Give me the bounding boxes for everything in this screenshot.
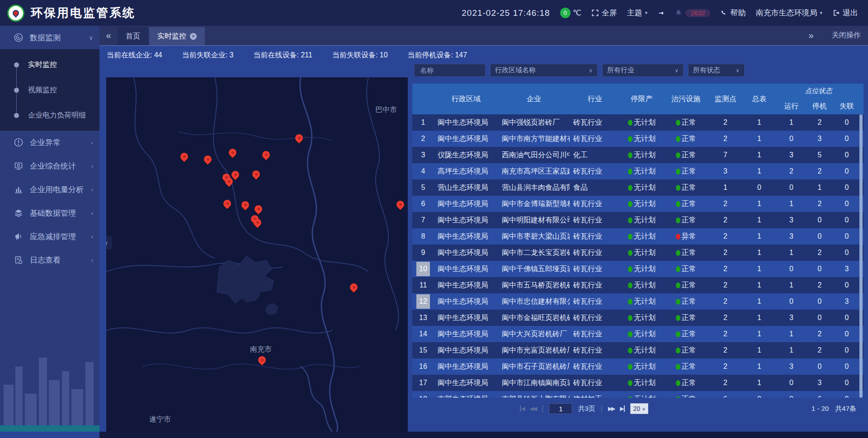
stat-value: 3 xyxy=(230,51,234,59)
help-button[interactable]: 帮助 xyxy=(720,8,745,18)
cell-index: 4 xyxy=(412,163,434,179)
sidebar-subitem-企业电力负荷明细[interactable]: 企业电力负荷明细 xyxy=(0,103,99,128)
tab-close-icon[interactable]: ✕ xyxy=(190,33,197,40)
map-collapse-handle[interactable]: ‹ xyxy=(106,236,112,250)
temperature-unit: ℃ xyxy=(573,8,581,18)
notifications[interactable]: 2632 xyxy=(675,9,710,17)
cell-industry: 建材加工 xyxy=(570,391,620,398)
tab-实时监控[interactable]: 实时监控✕ xyxy=(149,27,205,45)
cell-meters: 1 xyxy=(742,326,776,342)
table-row[interactable]: 14阆中生态环境局阆中大兴页岩机砖厂砖瓦行业无计划正常21120 xyxy=(412,326,863,342)
status-filter-select[interactable]: 所有状态 ∨ xyxy=(688,64,745,77)
table-row[interactable]: 9阆中生态环境局阆中市二龙长宝页岩砖砖瓦行业无计划正常21120 xyxy=(412,245,863,261)
sidebar-item-4[interactable]: 基础数据管理‹ xyxy=(0,201,99,225)
chevron-down-icon: ∨ xyxy=(89,34,93,41)
cell-run: 1 xyxy=(776,245,807,261)
cell-limit: 无计划 xyxy=(620,375,663,391)
region-filter-select[interactable]: 行政区域名称 ∨ xyxy=(490,64,598,77)
cell-index: 1 xyxy=(412,114,434,131)
table-row[interactable]: 3仪陇生态环境局西南油气田分公司川中化工无计划正常71350 xyxy=(412,147,863,163)
cell-limit: 无计划 xyxy=(620,147,663,163)
cell-stop: 2 xyxy=(807,114,833,131)
chevron-left-icon: ‹ xyxy=(91,139,93,146)
table-row[interactable]: 17阆中生态环境局阆中市江南镇阆南页岩砖瓦行业无计划正常21030 xyxy=(412,375,863,391)
table-row[interactable]: 6阆中生态环境局阆中市金博瑞新型墙材砖瓦行业无计划正常21120 xyxy=(412,196,863,212)
page-number-input[interactable] xyxy=(549,403,572,414)
next-page-button[interactable]: ▶▶ xyxy=(608,405,614,412)
org-dropdown[interactable]: 南充市生态环境局▾ xyxy=(755,8,822,18)
name-filter-input[interactable] xyxy=(414,64,486,77)
sidebar-item-1[interactable]: 企业异常‹ xyxy=(0,131,99,154)
table-row[interactable]: 4高坪生态环境局南充市高坪区王家店建砖瓦行业无计划正常31220 xyxy=(412,163,863,179)
status-dot-icon xyxy=(628,185,632,191)
fullscreen-button[interactable]: 全屏 xyxy=(591,8,617,18)
table-row[interactable]: 1阆中生态环境局阆中强锐页岩砖厂砖瓦行业无计划正常21120 xyxy=(412,114,863,131)
cell-stop: 2 xyxy=(807,196,833,212)
cell-stop: 0 xyxy=(807,261,833,277)
table-row[interactable]: 15阆中生态环境局阆中市光富页岩机砖厂砖瓦行业无计划正常21120 xyxy=(412,342,863,358)
table-row[interactable]: 13阆中生态环境局阆中市金福旺页岩机砖砖瓦行业无计划正常21300 xyxy=(412,310,863,326)
sidebar-subitem-实时监控[interactable]: 实时监控 xyxy=(0,52,99,77)
table-row[interactable]: 7阆中生态环境局阆中明阳建材有限公司砖瓦行业无计划正常21300 xyxy=(412,212,863,228)
first-page-button[interactable]: ◀ xyxy=(520,405,524,412)
table-row[interactable]: 2阆中生态环境局阆中市南方节能建材有砖瓦行业无计划正常21030 xyxy=(412,131,863,147)
fullscreen-icon xyxy=(591,9,599,17)
table-row[interactable]: 11阆中生态环境局阆中市五马桥页岩机砖砖瓦行业无计划正常21120 xyxy=(412,277,863,293)
cell-facility: 正常 xyxy=(663,179,708,196)
cell-company: 阆中市忠信建材有限公 xyxy=(498,293,570,310)
sidebar-item-6[interactable]: 日志查看‹ xyxy=(0,248,99,272)
table-scrollbar[interactable] xyxy=(859,114,863,398)
col-industry: 行业 xyxy=(570,84,620,114)
cell-run: 1 xyxy=(776,342,807,358)
cell-points: 2 xyxy=(708,228,742,245)
table-row[interactable]: 12阆中生态环境局阆中市忠信建材有限公砖瓦行业无计划正常21003 xyxy=(412,293,863,310)
voice-broadcast-button[interactable] xyxy=(657,9,665,17)
tabs-scroll-left-button[interactable]: « xyxy=(99,26,118,45)
cell-index: 3 xyxy=(412,147,434,163)
cell-facility: 正常 xyxy=(663,293,708,310)
cell-points: 2 xyxy=(708,358,742,375)
chevron-left-icon: ‹ xyxy=(91,186,93,193)
map-panel[interactable]: 巴中市南充市遂宁市 ‹ xyxy=(106,77,408,432)
logout-button[interactable]: 退出 xyxy=(832,8,858,18)
chevron-down-icon: ∨ xyxy=(642,406,645,411)
cell-points: 2 xyxy=(708,261,742,277)
status-dot-icon xyxy=(676,266,680,272)
table-row[interactable]: 16阆中生态环境局阆中市石子页岩机砖厂砖瓦行业无计划正常21300 xyxy=(412,358,863,375)
cell-company: 阆中千佛镇五郎垭页岩 xyxy=(498,261,570,277)
cell-region: 营山生态环境局 xyxy=(434,179,498,196)
cell-limit: 无计划 xyxy=(620,245,663,261)
table-row[interactable]: 18南部生态环境局南部县砖瓦土陶有限公建材加工无计划正常60060 xyxy=(412,391,863,398)
prev-page-button[interactable]: ◀◀ xyxy=(530,405,536,412)
status-dot-icon xyxy=(628,217,632,223)
sidebar-subitem-视频监控[interactable]: 视频监控 xyxy=(0,77,99,103)
cell-facility: 正常 xyxy=(663,342,708,358)
cell-meters: 1 xyxy=(742,245,776,261)
theme-dropdown[interactable]: 主题▾ xyxy=(627,8,648,18)
cell-index: 16 xyxy=(412,358,434,375)
sidebar-item-5[interactable]: 应急减排管理‹ xyxy=(0,225,99,248)
last-page-button[interactable]: ▶ xyxy=(620,405,624,412)
stat-value: 147 xyxy=(455,51,467,59)
cell-run: 0 xyxy=(776,391,807,398)
sidebar-item-0[interactable]: 数据监测∨ xyxy=(0,26,99,49)
page-size-select[interactable]: 20 ∨ xyxy=(630,403,649,414)
status-dot-icon xyxy=(676,136,680,142)
cell-region: 阆中生态环境局 xyxy=(434,245,498,261)
alert-icon xyxy=(14,137,24,147)
cell-industry: 砖瓦行业 xyxy=(570,114,620,131)
table-row[interactable]: 10阆中生态环境局阆中千佛镇五郎垭页岩砖瓦行业无计划正常21003 xyxy=(412,261,863,277)
tab-首页[interactable]: 首页 xyxy=(118,27,148,45)
chart-icon xyxy=(14,184,24,194)
table-row[interactable]: 8阆中生态环境局阆中市枣碧大梁山页岩砖瓦行业无计划异常21300 xyxy=(412,228,863,245)
sidebar-item-2[interactable]: 企业综合统计‹ xyxy=(0,154,99,178)
chevron-down-icon: ▾ xyxy=(645,10,648,16)
sidebar-item-3[interactable]: 企业用电量分析‹ xyxy=(0,178,99,201)
industry-filter-select[interactable]: 所有行业 ∨ xyxy=(602,64,684,77)
close-operations-button[interactable]: 关闭操作 xyxy=(832,31,861,40)
cell-industry: 食品 xyxy=(570,179,620,196)
table-row[interactable]: 5营山生态环境局营山县润丰肉食品有限食品无计划正常10010 xyxy=(412,179,863,196)
tabs-scroll-right-button[interactable]: » xyxy=(802,26,820,45)
cell-limit: 无计划 xyxy=(620,342,663,358)
sidebar-item-label: 数据监测 xyxy=(30,33,61,43)
